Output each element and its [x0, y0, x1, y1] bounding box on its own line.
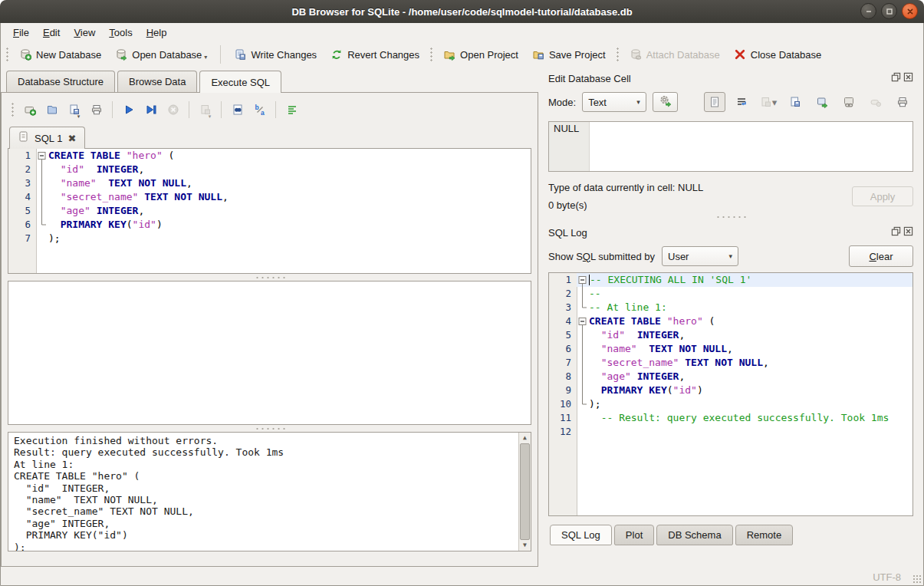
- scroll-thumb[interactable]: [520, 443, 530, 540]
- toolbar-drag-handle[interactable]: [5, 46, 10, 63]
- dock-tab-bar: SQL LogPlotDB SchemaRemote: [548, 525, 913, 545]
- encoding-indicator[interactable]: UTF-8: [873, 571, 901, 583]
- write-changes-button[interactable]: Write Changes: [227, 45, 324, 64]
- fold-marker[interactable]: [577, 314, 589, 328]
- splitter-grip: [255, 276, 285, 279]
- import-data-button: ▾: [758, 92, 779, 112]
- float-panel-icon[interactable]: [891, 226, 901, 239]
- export-data-icon: [789, 96, 801, 108]
- fold-guide: [577, 384, 589, 397]
- fold-guide: [577, 397, 589, 411]
- code-text: PRIMARY KEY("id"): [48, 218, 163, 232]
- code-text: "secret_name" TEXT NOT NULL,: [589, 356, 769, 370]
- execution-status-log[interactable]: ▲ ▼ Execution finished without errors.Re…: [8, 432, 531, 551]
- close-panel-icon[interactable]: [903, 72, 913, 84]
- resize-grip[interactable]: [912, 574, 922, 584]
- dock-area: Edit Database Cell Mode: Text ▾ ▾: [539, 67, 924, 568]
- filter-label: Show SQL submitted by: [548, 251, 655, 262]
- toolbar-drag-handle[interactable]: [10, 101, 15, 118]
- print-cell-button[interactable]: [892, 92, 913, 112]
- apply-settings-button[interactable]: [653, 92, 678, 112]
- fold-guide: [577, 370, 589, 384]
- dock-tab-plot[interactable]: Plot: [614, 525, 654, 545]
- revert-changes-icon: [330, 48, 343, 61]
- tab-execute-sql[interactable]: Execute SQL: [199, 71, 281, 93]
- line-number: 3: [549, 301, 577, 314]
- close-database-button[interactable]: Close Database: [727, 45, 829, 64]
- menu-file[interactable]: File: [6, 25, 36, 41]
- new-database-button[interactable]: New Database: [12, 45, 108, 64]
- mode-select[interactable]: Text ▾: [582, 92, 646, 112]
- sql-tab-close-icon[interactable]: ✖: [67, 133, 76, 144]
- dropdown-caret-icon[interactable]: ▾: [204, 54, 207, 61]
- new-sql-tab-button[interactable]: [19, 100, 40, 120]
- fold-guide: [577, 425, 589, 439]
- db-close-icon: [734, 48, 746, 61]
- print-sql-button[interactable]: [86, 100, 107, 120]
- log-line: "age" INTEGER,: [14, 518, 515, 529]
- dock-tab-db-schema[interactable]: DB Schema: [656, 525, 732, 545]
- open-in-external-button[interactable]: [811, 92, 833, 112]
- auto-format-button[interactable]: [281, 100, 302, 120]
- set-null-icon: [870, 96, 882, 108]
- save-project-button[interactable]: Save Project: [525, 45, 613, 64]
- line-number: 6: [549, 342, 577, 356]
- submitter-select[interactable]: User ▾: [662, 246, 738, 266]
- results-table-pane[interactable]: [8, 281, 531, 425]
- results-log-splitter[interactable]: [8, 425, 531, 432]
- dropdown-caret-icon[interactable]: ▾: [77, 114, 81, 120]
- dock-tab-sql-log[interactable]: SQL Log: [550, 525, 612, 545]
- maximize-button[interactable]: [881, 3, 897, 19]
- editor-results-splitter[interactable]: [8, 274, 531, 281]
- menu-tools[interactable]: Tools: [102, 25, 139, 41]
- execute-all-button[interactable]: [118, 100, 139, 120]
- minimize-button[interactable]: [860, 3, 876, 19]
- execute-current-line-button[interactable]: [140, 100, 161, 120]
- find-replace-button[interactable]: ba: [249, 100, 270, 120]
- line-number: 9: [549, 384, 577, 397]
- revert-changes-label: Revert Changes: [347, 49, 419, 61]
- scroll-up-icon[interactable]: ▲: [519, 433, 531, 443]
- menu-view[interactable]: View: [67, 25, 102, 41]
- sql-log-view[interactable]: 1-- EXECUTING ALL IN 'SQL 1'2--3-- At li…: [548, 272, 913, 516]
- word-wrap-button[interactable]: [731, 92, 752, 112]
- tab-database-structure[interactable]: Database Structure: [6, 71, 115, 92]
- menu-help[interactable]: Help: [140, 25, 174, 41]
- fold-guide: [36, 163, 48, 176]
- toolbar-drag-handle[interactable]: [429, 46, 434, 63]
- cell-value-editor[interactable]: NULL: [548, 121, 913, 172]
- stop-execution-icon: [167, 104, 179, 116]
- svg-text:a: a: [261, 109, 265, 117]
- dock-tab-remote[interactable]: Remote: [735, 525, 794, 545]
- text-view-button[interactable]: [704, 92, 725, 112]
- window-titlebar[interactable]: DB Browser for SQLite - /home/user/code/…: [0, 0, 924, 23]
- menu-edit[interactable]: Edit: [36, 25, 67, 41]
- open-sql-file-button[interactable]: [41, 100, 62, 120]
- close-button[interactable]: [902, 3, 918, 19]
- sql-tab[interactable]: SQL 1 ✖: [9, 127, 85, 149]
- close-panel-icon[interactable]: [903, 226, 913, 239]
- apply-button[interactable]: Apply: [852, 186, 913, 206]
- dropdown-caret-icon[interactable]: ▾: [209, 114, 212, 120]
- tab-browse-data[interactable]: Browse Data: [117, 71, 197, 92]
- dock-horizontal-splitter[interactable]: [548, 212, 913, 222]
- open-database-button[interactable]: Open Database▾: [108, 45, 214, 64]
- dropdown-caret-icon[interactable]: ▾: [772, 97, 778, 108]
- find-button[interactable]: [227, 100, 248, 120]
- fold-marker[interactable]: [36, 149, 48, 163]
- save-sql-file-button[interactable]: ▾: [64, 100, 84, 120]
- sql-editor[interactable]: 1CREATE TABLE "hero" (2 "id" INTEGER,3 "…: [8, 148, 531, 274]
- toolbar-drag-handle[interactable]: [615, 46, 620, 63]
- toolbar-separator: [221, 101, 222, 118]
- fold-marker[interactable]: [577, 273, 589, 287]
- status-bar: UTF-8: [0, 568, 924, 586]
- open-project-button[interactable]: Open Project: [436, 45, 525, 64]
- revert-changes-button[interactable]: Revert Changes: [324, 45, 426, 64]
- line-number: 12: [549, 425, 577, 439]
- copy-link-button[interactable]: [838, 92, 860, 112]
- execlog-scrollbar[interactable]: ▲ ▼: [518, 433, 531, 551]
- scroll-down-icon[interactable]: ▼: [519, 540, 531, 551]
- clear-button[interactable]: Clear: [849, 245, 913, 267]
- export-data-button[interactable]: [784, 92, 806, 112]
- float-panel-icon[interactable]: [891, 72, 901, 84]
